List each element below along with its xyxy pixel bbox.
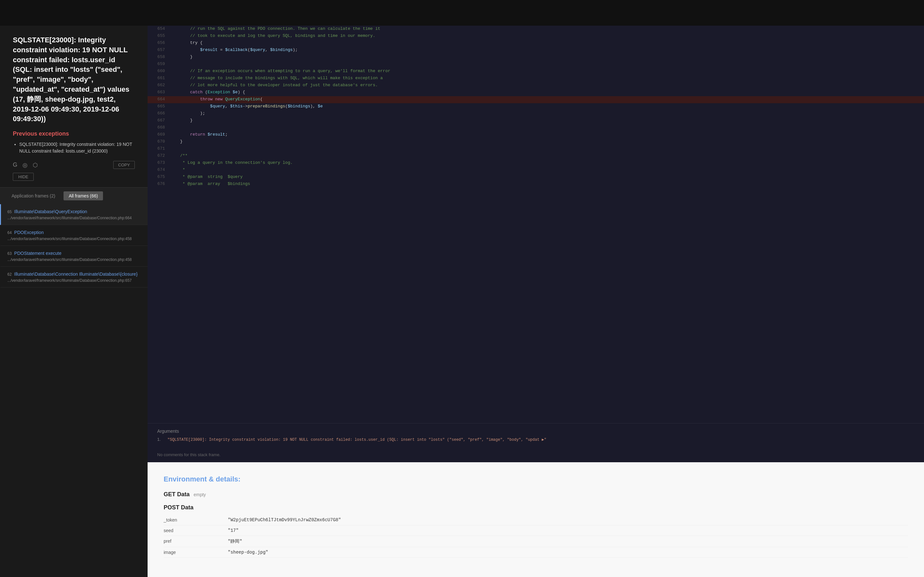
- tab-all-frames[interactable]: All frames (66): [63, 191, 103, 200]
- prev-exceptions-list: SQLSTATE[23000]: Integrity constraint vi…: [13, 141, 135, 155]
- error-title: SQLSTATE[23000]: Integrity constraint vi…: [13, 35, 135, 124]
- env-key: pref: [164, 538, 228, 544]
- code-line: 673 * Log a query in the connection's qu…: [148, 160, 924, 167]
- code-line: 654 // run the SQL against the PDO conne…: [148, 26, 924, 33]
- post-data-label: POST Data: [164, 504, 194, 511]
- code-line: 676 * @param array $bindings: [148, 181, 924, 188]
- stackoverflow-icon[interactable]: ◎: [23, 161, 27, 169]
- line-code: }: [170, 54, 192, 60]
- line-code: return $result;: [170, 131, 228, 137]
- line-code: // took to execute and log the query SQL…: [170, 33, 375, 39]
- line-number: 667: [148, 117, 170, 123]
- frame-path: .../vendor/laravel/framework/src/Illumin…: [7, 216, 141, 220]
- code-line: 674 *: [148, 167, 924, 174]
- env-row: _token"W2pjuEt9EPuCh6lTJtmDv99YLnJrwZ0Zm…: [164, 515, 908, 525]
- get-data-subtitle: empty: [194, 492, 206, 497]
- line-number: 660: [148, 68, 170, 74]
- env-key: _token: [164, 517, 228, 522]
- line-code: // lot more helpful to the developer ins…: [170, 82, 378, 88]
- right-panel: 654 // run the SQL against the PDO conne…: [148, 26, 924, 577]
- line-code: $result = $callback($query, $bindings);: [170, 47, 298, 53]
- line-number: 656: [148, 40, 170, 46]
- copy-button[interactable]: COPY: [113, 161, 135, 169]
- env-val: "静岡": [228, 538, 242, 544]
- code-line: 658 }: [148, 54, 924, 61]
- frame-path: .../vendor/laravel/framework/src/Illumin…: [7, 258, 141, 262]
- prev-exception-item: SQLSTATE[23000]: Integrity constraint vi…: [19, 141, 135, 155]
- get-data-label: GET Data: [164, 491, 190, 498]
- line-number: 673: [148, 160, 170, 166]
- line-code: * Log a query in the connection's query …: [170, 160, 292, 166]
- frame-path: .../vendor/laravel/framework/src/Illumin…: [7, 278, 141, 283]
- env-val: "sheep-dog.jpg": [228, 550, 268, 555]
- frame-num: 63: [7, 251, 11, 256]
- code-line: 664 throw new QueryException(: [148, 96, 924, 103]
- prev-exceptions-label: Previous exceptions: [13, 131, 135, 137]
- code-line: 670 }: [148, 139, 924, 145]
- line-code: * @param string $query: [170, 174, 242, 180]
- post-data-table: _token"W2pjuEt9EPuCh6lTJtmDv99YLnJrwZ0Zm…: [164, 515, 908, 558]
- frame-item[interactable]: 64PDOException.../vendor/laravel/framewo…: [0, 225, 148, 246]
- argument-item: 1."SQLSTATE[23000]: Integrity constraint…: [157, 437, 914, 443]
- line-code: // If an exception occurs when attemptin…: [170, 68, 391, 74]
- error-section: SQLSTATE[23000]: Integrity constraint vi…: [0, 26, 148, 187]
- line-code: );: [170, 110, 205, 116]
- arg-num: 1.: [157, 437, 164, 442]
- frame-list: 65Illuminate\Database\QueryException.../…: [0, 204, 148, 577]
- env-key: seed: [164, 528, 228, 533]
- google-icon[interactable]: G: [13, 161, 17, 168]
- post-data-group: POST Data _token"W2pjuEt9EPuCh6lTJtmDv99…: [164, 504, 908, 558]
- frame-num: 65: [7, 210, 11, 214]
- line-code: }: [170, 117, 192, 123]
- env-section: Environment & details: GET Data empty PO…: [148, 462, 924, 577]
- code-line: 659: [148, 61, 924, 68]
- tab-app-frames[interactable]: Application frames (2): [6, 191, 60, 200]
- code-line: 663 catch (Exception $e) {: [148, 89, 924, 96]
- line-code: throw new QueryException(: [170, 96, 263, 102]
- line-number: 664: [148, 96, 170, 102]
- frame-num: 64: [7, 230, 11, 235]
- line-number: 657: [148, 47, 170, 53]
- line-code: * @param array $bindings: [170, 181, 250, 187]
- line-number: 668: [148, 124, 170, 131]
- left-panel: SQLSTATE[23000]: Integrity constraint vi…: [0, 26, 148, 577]
- line-number: 662: [148, 82, 170, 88]
- line-code: /**: [170, 153, 188, 159]
- arguments-label: Arguments: [157, 429, 914, 434]
- code-line: 671: [148, 145, 924, 153]
- code-line: 660 // If an exception occurs when attem…: [148, 68, 924, 75]
- code-line: 661 // message to include the bindings w…: [148, 75, 924, 82]
- share-icon[interactable]: ⬡: [33, 161, 38, 169]
- line-code: // run the SQL against the PDO connectio…: [170, 26, 380, 32]
- frame-item[interactable]: 63PDOStatement execute.../vendor/laravel…: [0, 246, 148, 267]
- frame-item[interactable]: 62Illuminate\Database\Connection Illumin…: [0, 267, 148, 287]
- get-data-group: GET Data empty: [164, 491, 908, 498]
- frame-path: .../vendor/laravel/framework/src/Illumin…: [7, 237, 141, 241]
- line-code: // message to include the bindings with …: [170, 75, 383, 81]
- line-number: 659: [148, 61, 170, 67]
- icon-row: G ◎ ⬡ COPY: [13, 160, 135, 170]
- frame-class: Illuminate\Database\QueryException: [14, 209, 87, 214]
- frame-class: PDOStatement execute: [14, 251, 61, 256]
- code-line: 667 }: [148, 117, 924, 124]
- frame-class: Illuminate\Database\Connection Illuminat…: [14, 271, 137, 277]
- code-line: 656 try {: [148, 40, 924, 47]
- no-comments: No comments for this stack frame.: [148, 449, 924, 462]
- line-number: 671: [148, 145, 170, 152]
- code-line: 657 $result = $callback($query, $binding…: [148, 47, 924, 54]
- code-line: 662 // lot more helpful to the developer…: [148, 82, 924, 89]
- line-number: 663: [148, 89, 170, 95]
- frame-item[interactable]: 65Illuminate\Database\QueryException.../…: [0, 204, 148, 225]
- code-line: 655 // took to execute and log the query…: [148, 33, 924, 40]
- frames-tabs: Application frames (2) All frames (66): [0, 187, 148, 204]
- line-code: *: [170, 167, 185, 173]
- hide-button[interactable]: HIDE: [13, 173, 34, 181]
- env-row: pref"静岡": [164, 536, 908, 547]
- line-number: 676: [148, 181, 170, 187]
- frame-num: 62: [7, 272, 11, 277]
- arguments-section: Arguments 1."SQLSTATE[23000]: Integrity …: [148, 423, 924, 449]
- code-line: 669 return $result;: [148, 131, 924, 139]
- line-number: 658: [148, 54, 170, 60]
- code-line: 672 /**: [148, 153, 924, 160]
- env-row: image"sheep-dog.jpg": [164, 547, 908, 558]
